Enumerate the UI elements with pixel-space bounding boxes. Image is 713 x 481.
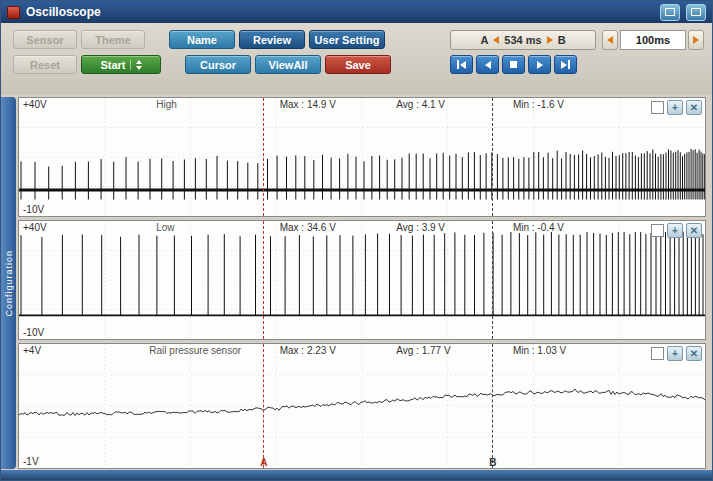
stat-max: Max : 34.6 V bbox=[280, 222, 336, 233]
channel-name: Rail pressure sensor bbox=[149, 345, 241, 356]
channel-name: Low bbox=[156, 222, 174, 233]
stat-max: Max : 14.9 V bbox=[280, 99, 336, 110]
waveform-low bbox=[19, 221, 705, 339]
viewall-button[interactable]: ViewAll bbox=[255, 55, 321, 74]
stat-min: Min : -0.4 V bbox=[513, 222, 564, 233]
restore-icon bbox=[665, 8, 675, 16]
restore-window-button[interactable] bbox=[660, 4, 680, 21]
timebase-decrease-button[interactable] bbox=[602, 30, 618, 50]
timebase-control: 100ms bbox=[602, 30, 704, 50]
skip-to-end-button[interactable] bbox=[554, 55, 577, 74]
channel-header: +4V Rail pressure sensor Max : 2.23 V Av… bbox=[19, 345, 705, 359]
cursor-a-label: A bbox=[480, 34, 488, 46]
stat-min: Min : -1.6 V bbox=[513, 99, 564, 110]
waveform-high bbox=[19, 98, 705, 216]
window-title: Oscilloscope bbox=[26, 5, 654, 19]
playback-controls bbox=[450, 55, 577, 74]
channel-rail-pressure: +4V Rail pressure sensor Max : 2.23 V Av… bbox=[18, 343, 706, 469]
close-channel-button[interactable]: ✕ bbox=[686, 223, 702, 238]
channel-checkbox[interactable] bbox=[651, 224, 664, 237]
reset-button[interactable]: Reset bbox=[13, 55, 77, 74]
cursor-b-line[interactable] bbox=[492, 98, 493, 216]
oscilloscope-window: Oscilloscope Sensor Theme Name Review Us… bbox=[0, 0, 713, 481]
cursor-b-line[interactable] bbox=[492, 221, 493, 339]
cursor-a-line[interactable] bbox=[263, 98, 264, 216]
user-setting-button[interactable]: User Setting bbox=[309, 30, 385, 49]
left-arrow-icon bbox=[607, 36, 613, 44]
channel-controls: + ✕ bbox=[651, 223, 702, 238]
cursor-time-display: A 534 ms B bbox=[450, 30, 596, 50]
channel-high: +40V High Max : 14.9 V Avg : 4.1 V Min :… bbox=[18, 97, 706, 217]
cursor-button[interactable]: Cursor bbox=[185, 55, 251, 74]
timebase-increase-button[interactable] bbox=[688, 30, 704, 50]
waveform-rail-pressure bbox=[19, 344, 705, 468]
zoom-plus-button[interactable]: + bbox=[667, 346, 683, 361]
channel-name: High bbox=[156, 99, 177, 110]
cursor-a-arrow-icon bbox=[493, 36, 499, 44]
close-channel-button[interactable]: ✕ bbox=[686, 346, 702, 361]
stat-avg: Avg : 4.1 V bbox=[396, 99, 445, 110]
step-back-button[interactable] bbox=[476, 55, 499, 74]
configuration-sidebar-tab[interactable]: Configuration bbox=[1, 97, 16, 469]
step-forward-button[interactable] bbox=[528, 55, 551, 74]
window-bottom-frame bbox=[1, 470, 712, 480]
sensor-button[interactable]: Sensor bbox=[13, 30, 77, 49]
cursor-b-line[interactable] bbox=[492, 344, 493, 468]
channel-header: +40V High Max : 14.9 V Avg : 4.1 V Min :… bbox=[19, 99, 705, 113]
scale-bottom-label: -1V bbox=[23, 456, 39, 467]
scale-bottom-label: -10V bbox=[23, 204, 44, 215]
scale-bottom-label: -10V bbox=[23, 327, 44, 338]
channel-low: +40V Low Max : 34.6 V Avg : 3.9 V Min : … bbox=[18, 220, 706, 340]
cursor-time-value: 534 ms bbox=[504, 34, 541, 46]
channel-checkbox[interactable] bbox=[651, 101, 664, 114]
toolbar-row-1: Sensor Theme Name Review User Setting bbox=[13, 30, 385, 49]
title-bar: Oscilloscope bbox=[1, 1, 712, 23]
close-channel-button[interactable]: ✕ bbox=[686, 100, 702, 115]
channel-checkbox[interactable] bbox=[651, 347, 664, 360]
name-button[interactable]: Name bbox=[169, 30, 235, 49]
start-spinner-icon[interactable] bbox=[130, 60, 142, 70]
stat-min: Min : 1.03 V bbox=[513, 345, 566, 356]
start-button[interactable]: Start bbox=[81, 55, 161, 74]
save-button[interactable]: Save bbox=[325, 55, 391, 74]
right-arrow-icon bbox=[693, 36, 699, 44]
review-button[interactable]: Review bbox=[239, 30, 305, 49]
maximize-icon bbox=[691, 8, 701, 16]
skip-to-start-button[interactable] bbox=[450, 55, 473, 74]
cursor-a-line[interactable] bbox=[263, 221, 264, 339]
cursor-a-bottom-label: A bbox=[260, 457, 267, 468]
configuration-label: Configuration bbox=[4, 250, 14, 317]
timebase-value: 100ms bbox=[620, 30, 686, 50]
cursor-b-bottom-label: B bbox=[489, 457, 496, 468]
scale-top-label: +40V bbox=[23, 99, 47, 110]
maximize-window-button[interactable] bbox=[686, 4, 706, 21]
scale-top-label: +40V bbox=[23, 222, 47, 233]
cursor-a-line[interactable] bbox=[263, 344, 264, 468]
channel-header: +40V Low Max : 34.6 V Avg : 3.9 V Min : … bbox=[19, 222, 705, 236]
channel-controls: + ✕ bbox=[651, 100, 702, 115]
toolbar-row-2: Reset Start Cursor ViewAll Save bbox=[13, 55, 391, 74]
stat-avg: Avg : 3.9 V bbox=[396, 222, 445, 233]
cursor-b-arrow-icon bbox=[547, 36, 553, 44]
cursor-b-label: B bbox=[558, 34, 566, 46]
stat-max: Max : 2.23 V bbox=[280, 345, 336, 356]
channel-controls: + ✕ bbox=[651, 346, 702, 361]
zoom-plus-button[interactable]: + bbox=[667, 100, 683, 115]
theme-button[interactable]: Theme bbox=[81, 30, 145, 49]
stop-button[interactable] bbox=[502, 55, 525, 74]
zoom-plus-button[interactable]: + bbox=[667, 223, 683, 238]
stat-avg: Avg : 1.77 V bbox=[396, 345, 450, 356]
toolbar: Sensor Theme Name Review User Setting Re… bbox=[1, 23, 712, 95]
scale-top-label: +4V bbox=[23, 345, 41, 356]
app-icon bbox=[7, 6, 20, 19]
